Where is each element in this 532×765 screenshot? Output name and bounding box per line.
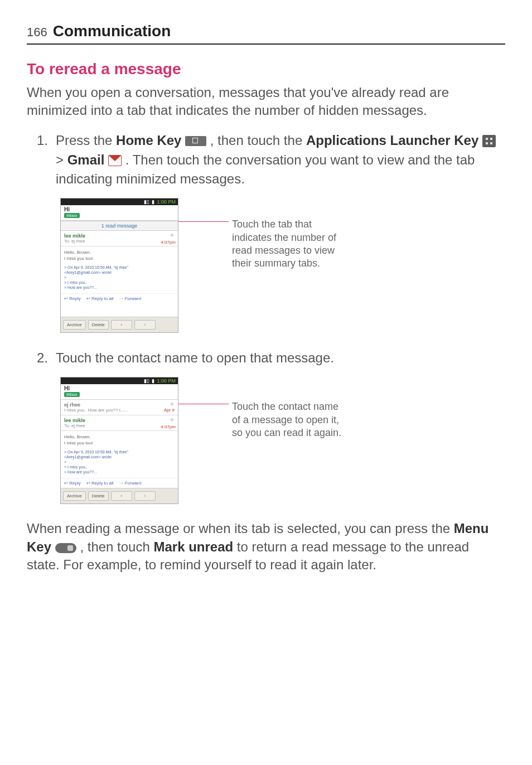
launcher-key-icon [482,135,496,147]
quote-line-4: > How are you??... [64,285,175,290]
step-1: 1. Press the Home Key , then touch the A… [27,131,505,189]
thread-snippet: I miss you.. How are you?? I...... [64,408,175,413]
read-messages-tab[interactable]: 1 read message [61,221,178,231]
figure-1-caption: Touch the tab that indicates the number … [232,218,346,270]
section-intro: When you open a conversation, messages t… [27,84,505,120]
signal-icon: ▮▯ [144,199,149,205]
battery-icon: ▮ [152,199,154,205]
footer-paragraph: When reading a message or when its tab i… [27,520,505,574]
phone-screenshot-1: ▮▯ ▮ 1:00 PM Hi Inbox 1 read message ★ l… [60,198,178,333]
chapter-title: Communication [53,22,171,40]
step-1-frag-2: , then touch the [210,133,306,148]
home-key-icon [185,136,206,146]
message-body: Hello, Brown. I miss you too! > On Apr 9… [61,246,178,293]
status-bar: ▮▯ ▮ 1:00 PM [61,198,178,205]
battery-icon: ▮ [152,378,154,384]
star-icon[interactable]: ★ [170,401,175,407]
to-line: To: ej rhee [64,239,175,244]
thread-date: Apr 9 [164,408,175,413]
step-1-number: 1. [37,131,48,151]
delete-button[interactable]: Delete [88,320,109,330]
subject-text-2: Hi [64,385,175,391]
phone-screenshot-2: ▮▯ ▮ 1:00 PM Hi Inbox ★ ej rhee I miss y… [60,377,178,504]
gmail-label: Gmail [67,152,105,167]
reply-all-link-2[interactable]: Reply to all [86,481,114,486]
to-line-2: To: ej rhee [64,423,175,428]
quote-line-1: > On Apr 9, 2010 10:50 AM, "ej rhee" [64,265,175,270]
next-arrow-button[interactable]: › [134,320,156,330]
page-header: 166 Communication [27,22,505,45]
step-2-text: Touch the contact name to open that mess… [56,350,334,365]
applications-launcher-label: Applications Launcher Key [306,133,478,148]
status-time-2: 1:00 PM [157,378,176,384]
quote-line-3: > I miss you.. [64,280,175,285]
inbox-chip: Inbox [64,213,80,218]
step-1-frag-1: Press the [56,133,116,148]
subject-bar-2: Hi Inbox [61,384,178,400]
figure-1: ▮▯ ▮ 1:00 PM Hi Inbox 1 read message ★ l… [60,198,505,333]
message-actions-2: Reply Reply to all Forward [61,478,178,488]
body-line-2: I miss you too! [64,256,175,262]
delete-button-2[interactable]: Delete [88,491,109,501]
gmail-icon [108,155,122,166]
step-2: 2. Touch the contact name to open that m… [27,348,505,368]
forward-link-2[interactable]: Forward [119,481,142,486]
body-line-1b: Hello, Brown. [64,434,175,440]
quote-line-2: <Arey1@gmail.com> wrote: [64,270,175,275]
quote-line-1b: > On Apr 9, 2010 10:50 AM, "ej rhee" [64,449,175,454]
figure-1-caption-col: Touch the tab that indicates the number … [178,218,346,270]
reply-link-2[interactable]: Reply [64,481,81,486]
archive-button-2[interactable]: Archive [63,491,86,501]
sender-name-2: lee mikle [64,418,175,423]
message-timestamp: 4:07pm [161,240,176,245]
quote-line-3b: > I miss you.. [64,464,175,469]
mark-unread-label: Mark unread [153,539,233,554]
inbox-chip-2: Inbox [64,392,80,397]
thread-sender: ej rhee [64,402,175,408]
status-time: 1:00 PM [157,199,176,205]
status-bar-2: ▮▯ ▮ 1:00 PM [61,377,178,384]
archive-button[interactable]: Archive [63,320,86,330]
prev-arrow-button-2[interactable]: ‹ [111,491,132,501]
reply-link[interactable]: Reply [64,296,81,301]
figure-2: ▮▯ ▮ 1:00 PM Hi Inbox ★ ej rhee I miss y… [60,377,505,504]
footer-frag-1: When reading a message or when its tab i… [27,521,454,536]
menu-key-icon [55,543,76,553]
message-body-2: Hello, Brown. I miss you too! > On Apr 9… [61,431,178,478]
section-title: To reread a message [27,60,505,78]
prev-arrow-button[interactable]: ‹ [111,320,132,330]
footer-frag-2: , then touch [80,539,153,554]
leader-line-2 [178,404,229,404]
leader-line-1 [178,221,229,222]
page-root: 166 Communication To reread a message Wh… [0,0,532,619]
bottom-toolbar: Archive Delete ‹ › [61,317,178,332]
forward-link[interactable]: Forward [119,296,142,301]
sender-name: lee mikle [64,233,175,239]
message-header-2[interactable]: ★ lee mikle To: ej rhee 4:07pm [61,415,178,431]
body-line-1: Hello, Brown. [64,250,175,255]
message-header[interactable]: ★ lee mikle To: ej rhee 4:07pm [61,231,178,246]
next-arrow-button-2[interactable]: › [134,491,156,501]
page-number: 166 [27,25,47,40]
subject-bar: Hi Inbox [61,205,178,221]
step-2-number: 2. [37,348,48,368]
step-1-frag-3: > [56,152,67,167]
message-timestamp-2: 4:07pm [161,424,176,429]
figure-2-caption: Touch the contact name of a message to o… [232,400,346,439]
message-actions: Reply Reply to all Forward [61,293,178,303]
signal-icon: ▮▯ [144,378,149,384]
star-icon[interactable]: ★ [170,232,175,238]
figure-2-caption-col: Touch the contact name of a message to o… [178,400,346,439]
body-line-2b: I miss you too! [64,440,175,446]
quote-line-2b: <Arey1@gmail.com> wrote: [64,454,175,459]
star-icon[interactable]: ★ [170,417,175,423]
bottom-toolbar-2: Archive Delete ‹ › [61,488,178,503]
subject-text: Hi [64,206,175,212]
quote-line-4b: > How are you??... [64,469,175,475]
home-key-label: Home Key [116,133,181,148]
thread-preview-item[interactable]: ★ ej rhee I miss you.. How are you?? I..… [61,400,178,415]
reply-all-link[interactable]: Reply to all [86,296,114,301]
